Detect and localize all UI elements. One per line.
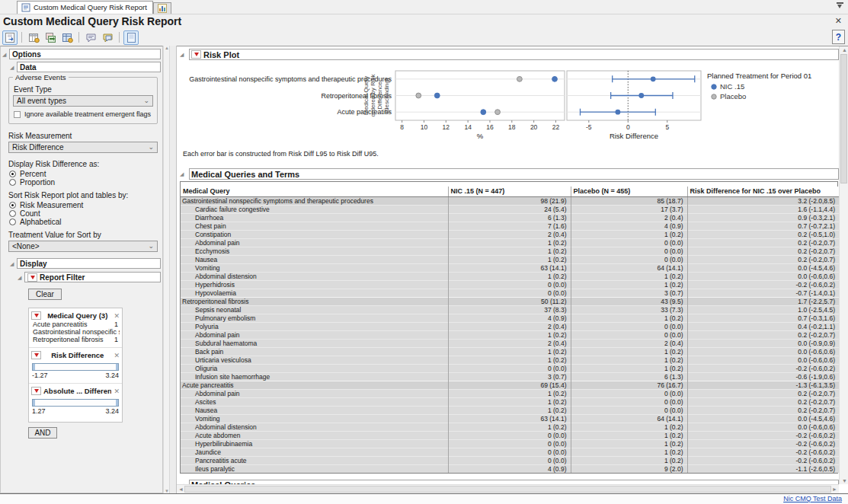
layout-icon[interactable] — [123, 30, 139, 45]
scrollbar-thumb[interactable] — [840, 54, 847, 183]
table-row[interactable]: Abdominal distension1 (0.2)1 (0.2)0.0 (-… — [181, 423, 839, 431]
radio-icon[interactable] — [9, 202, 16, 209]
column-header[interactable]: Medical Query — [181, 187, 448, 196]
tab-risk-report[interactable]: Custom Medical Query Risk Report — [17, 1, 153, 14]
table-row[interactable]: Nausea1 (0.2)0 (0.0)0.2 (-0.2,0.7) — [181, 406, 839, 414]
treatment-value-select[interactable]: <None> ⌄ — [8, 241, 158, 252]
table-row[interactable]: Gastrointestinal nonspecific symptoms an… — [181, 196, 839, 205]
table-row[interactable]: Back pain1 (0.2)1 (0.2)0.0 (-0.6,0.6) — [181, 347, 839, 356]
red-triangle-menu-icon[interactable] — [31, 351, 41, 359]
and-button[interactable]: AND — [28, 427, 57, 439]
absolute-difference-range-slider[interactable] — [32, 399, 119, 407]
new-data-table-icon[interactable] — [26, 30, 41, 45]
radio-sort-count[interactable]: Count — [8, 209, 161, 217]
panel-splitter[interactable] — [169, 46, 177, 493]
filter-item[interactable]: Acute pancreatitis1 — [31, 321, 120, 328]
red-triangle-menu-icon[interactable] — [191, 50, 201, 59]
scroll-left-arrow[interactable]: ◄ — [178, 486, 184, 492]
table-row[interactable]: Hyperhidrosis0 (0.0)1 (0.2)-0.2 (-0.6,0.… — [181, 280, 839, 289]
table-row[interactable]: Hypovolaemia0 (0.0)3 (0.7)-0.7 (-1.4,0.1… — [181, 289, 839, 297]
risk-plot-header[interactable]: Risk Plot — [189, 49, 839, 60]
table-row[interactable]: Abdominal pain1 (0.2)0 (0.0)0.2 (-0.2,0.… — [181, 389, 839, 397]
clear-button[interactable]: Clear — [28, 289, 62, 300]
table-row[interactable]: Jaundice0 (0.0)1 (0.2)-0.2 (-0.6,0.2) — [181, 448, 839, 456]
filter-item[interactable]: Gastrointestinal nonspecific s...1 — [31, 328, 120, 336]
range-handle-max[interactable] — [116, 364, 118, 370]
radio-display-as-proportion[interactable]: Proportion — [8, 178, 161, 186]
range-handle-min[interactable] — [33, 364, 35, 370]
radio-icon[interactable] — [9, 179, 16, 186]
table-row[interactable]: Subdural haematoma2 (0.4)2 (0.4)0.0 (-0.… — [181, 339, 839, 347]
table-row[interactable]: Abdominal pain1 (0.2)0 (0.0)0.2 (-0.2,0.… — [181, 238, 839, 247]
table-row[interactable]: Abdominal pain1 (0.2)0 (0.0)0.2 (-0.2,0.… — [181, 330, 839, 339]
table-row[interactable]: Cardiac failure congestive24 (5.4)17 (3.… — [181, 205, 839, 213]
close-icon[interactable]: ✕ — [835, 17, 842, 25]
options-header[interactable]: Options — [9, 49, 161, 59]
help-button[interactable]: ? — [832, 30, 845, 44]
collapse-icon[interactable]: ◢ — [180, 171, 187, 177]
data-header[interactable]: Data — [17, 62, 161, 72]
scroll-up-arrow[interactable]: ▲ — [842, 47, 847, 53]
collapse-icon[interactable]: ◢ — [18, 275, 24, 280]
column-header[interactable]: Risk Difference for NIC .15 over Placebo — [687, 187, 839, 196]
sticky-annotation-icon[interactable] — [100, 30, 115, 45]
ignore-flags-checkbox[interactable] — [14, 111, 21, 118]
horizontal-scrollbar[interactable]: ◄ ► — [177, 484, 839, 493]
scroll-down-arrow[interactable]: ▼ — [842, 478, 847, 483]
collapse-icon[interactable]: ◢ — [10, 261, 17, 266]
table-row[interactable]: Retroperitoneal fibrosis50 (11.2)43 (9.5… — [181, 297, 839, 305]
event-type-select[interactable]: All event types ⌄ — [13, 95, 153, 107]
table-row[interactable]: Chest pain7 (1.6)4 (0.9)0.7 (-0.7,2.1) — [181, 222, 839, 230]
table-row[interactable]: Oliguria0 (0.0)1 (0.2)-0.2 (-0.6,0.2) — [181, 364, 839, 372]
table-row[interactable]: Vomiting63 (14.1)64 (14.1)0.0 (-4.5,4.6) — [181, 263, 839, 272]
table-row[interactable]: Nausea1 (0.2)0 (0.0)0.2 (-0.2,0.7) — [181, 255, 839, 263]
radio-sort-alphabetical[interactable]: Alphabetical — [8, 218, 161, 225]
red-triangle-menu-icon[interactable] — [27, 273, 37, 282]
scrollbar-thumb[interactable] — [184, 486, 831, 493]
range-handle-min[interactable] — [33, 400, 35, 406]
column-header[interactable]: NIC .15 (N = 447) — [448, 187, 571, 196]
make-combined-table-icon[interactable] — [59, 30, 75, 45]
scroll-right-arrow[interactable]: ► — [832, 486, 837, 492]
vertical-scrollbar[interactable]: ▲ ▼ — [839, 46, 848, 484]
table-row[interactable]: Polyuria2 (0.4)0 (0.0)0.4 (-0.2,1.1) — [181, 322, 839, 330]
risk-plot-svg[interactable]: Gastrointestinal nonspecific symptoms an… — [180, 62, 839, 147]
table-row[interactable]: Diarrhoea6 (1.3)2 (0.4)0.9 (-0.3,2.1) — [181, 213, 839, 222]
display-header[interactable]: Display — [17, 258, 161, 269]
radio-icon[interactable] — [9, 210, 16, 217]
radio-icon[interactable] — [9, 219, 16, 225]
risk-measurement-select[interactable]: Risk Difference ⌄ — [8, 142, 158, 153]
risk-difference-range-slider[interactable] — [32, 363, 119, 371]
table-row[interactable]: Infusion site haemorrhage3 (0.7)6 (1.3)-… — [181, 372, 839, 381]
table-row[interactable]: Hyperbilirubinaemia0 (0.0)1 (0.2)-0.2 (-… — [181, 439, 839, 448]
filter-item[interactable]: Retroperitoneal fibrosis1 — [31, 336, 120, 343]
table-row[interactable]: Acute pancreatitis69 (15.4)76 (16.7)-1.3… — [181, 381, 839, 389]
scroll-up-arrow[interactable]: ▲ — [165, 46, 169, 50]
pin-icon[interactable] — [837, 2, 843, 9]
make-into-data-table-icon[interactable] — [43, 30, 58, 45]
table-row[interactable]: Constipation2 (0.4)1 (0.2)0.2 (-0.5,1.0) — [181, 230, 839, 238]
radio-icon[interactable] — [9, 171, 16, 177]
table-row[interactable]: Pulmonary embolism4 (0.9)1 (0.2)0.7 (-0.… — [181, 314, 839, 322]
table-row[interactable]: Acute abdomen0 (0.0)1 (0.2)-0.2 (-0.6,0.… — [181, 431, 839, 439]
annotation-icon[interactable] — [83, 30, 98, 45]
report-filter-header[interactable]: Report Filter — [24, 272, 161, 282]
table-row[interactable]: Ecchymosis1 (0.2)0 (0.0)0.2 (-0.2,0.7) — [181, 247, 839, 255]
remove-filter-icon[interactable]: ✕ — [114, 352, 120, 359]
medical-queries-terms-header[interactable]: Medical Queries and Terms — [189, 168, 839, 180]
radio-display-as-percent[interactable]: Percent — [8, 170, 161, 177]
collapse-icon[interactable]: ◢ — [10, 65, 17, 70]
range-handle-max[interactable] — [116, 400, 118, 406]
collapse-icon[interactable]: ◢ — [180, 52, 187, 57]
column-header[interactable]: Placebo (N = 455) — [571, 187, 687, 196]
tab-chart[interactable] — [153, 2, 171, 14]
status-data-link[interactable]: Nic CMQ Test Data — [783, 495, 842, 502]
red-triangle-menu-icon[interactable] — [31, 387, 41, 395]
table-row[interactable]: Pancreatitis acute0 (0.0)1 (0.2)-0.2 (-0… — [181, 456, 839, 464]
collapse-icon[interactable]: ◢ — [2, 52, 9, 57]
sidebar-scrollbar[interactable]: ▲ ▼ — [163, 46, 169, 493]
table-row[interactable]: Urticaria vesiculosa1 (0.2)1 (0.2)0.0 (-… — [181, 356, 839, 364]
remove-filter-icon[interactable]: ✕ — [114, 388, 120, 395]
red-triangle-menu-icon[interactable] — [31, 311, 41, 320]
table-row[interactable]: Ascites1 (0.2)0 (0.0)0.2 (-0.2,0.7) — [181, 397, 839, 406]
